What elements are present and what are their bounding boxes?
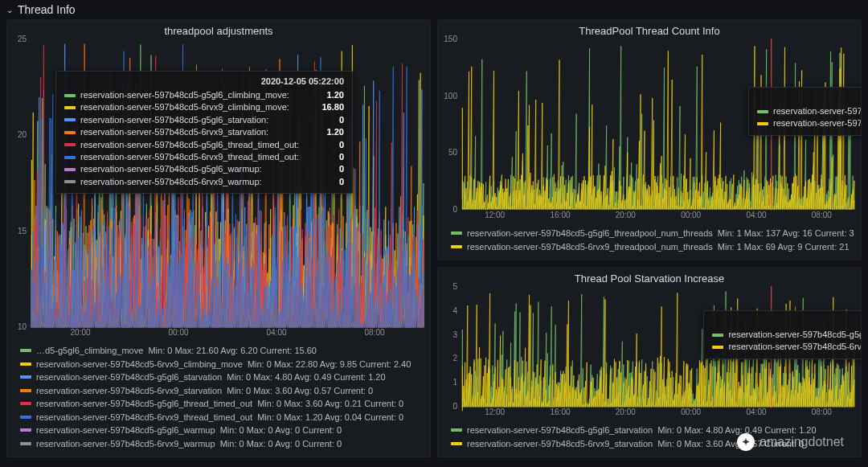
tooltip-value: 0 [339,139,344,151]
legend-swatch [64,131,76,134]
tooltip-row: reservation-server-597b48cd5-g5gl6_climb… [64,89,344,101]
x-tick: 16:00 [550,211,570,219]
tooltip-row: reservation-server-597b48cd5-6rvx9_starv… [712,341,862,353]
tooltip-label: reservation-server-597b48cd5-g5gl6_climb… [80,89,289,101]
chart-tooltip: 2020-12-05 05:22:00 reservation-server-5… [703,310,862,359]
panel-title: threadpool adjustments [7,20,430,39]
tooltip-label: reservation-server-597b48cd5-g5gl6_starv… [80,114,268,126]
y-tick: 15 [18,226,27,235]
x-tick: 08:00 [812,211,832,219]
legend-label: reservation-server-597b48cd5-g5gl6_warmu… [36,424,342,437]
chevron-down-icon: ⌄ [6,6,13,14]
tooltip-label: reservation-server-597b48cd5-g5gl6_warmu… [80,163,262,175]
legend-swatch [20,363,31,366]
x-tick: 12:00 [485,408,505,416]
y-tick: 2 [452,354,457,363]
x-tick: 20:00 [616,408,636,416]
legend-item[interactable]: reservation-server-597b48cd5-6rvx9_threa… [20,411,424,424]
tooltip-value: 0 [339,163,344,175]
tooltip-value: 0 [339,114,344,126]
legend-item[interactable]: reservation-server-597b48cd5-6rvx9_threa… [451,240,854,254]
tooltip-row: reservation-server-597b48cd5-g5gl6_starv… [712,329,862,341]
y-tick: 50 [448,148,457,157]
legend-item[interactable]: …d5-g5gl6_climbing_move Min: 0 Max: 21.6… [20,344,424,358]
legend-swatch [64,168,76,171]
x-axis: 12:0016:0020:0000:0004:0008:00 [462,408,854,419]
y-tick: 150 [444,35,457,43]
y-tick: 0 [452,205,457,214]
y-tick: 0 [452,402,457,411]
x-tick: 08:00 [364,328,384,337]
tooltip-time: 2020-12-05 05:22:00 [712,316,862,326]
x-tick: 16:00 [550,408,570,416]
panel-title: ThreadPool Thread Count Info [438,20,861,39]
tooltip-row: reservation-server-597b48cd5-6rvx9_threa… [757,117,862,129]
tooltip-label: reservation-server-597b48cd5-6rvx9_warmu… [80,176,262,188]
y-axis: 050100150 [438,39,461,209]
x-tick: 20:00 [616,211,636,219]
legend-item[interactable]: reservation-server-597b48cd5-g5gl6_threa… [451,227,854,240]
y-tick: 20 [18,130,27,139]
legend-label: …d5-g5gl6_climbing_move Min: 0 Max: 21.6… [36,344,317,358]
panel-starvation[interactable]: Thread Pool Starvation Increase 012345 1… [437,267,862,457]
legend-item[interactable]: reservation-server-597b48cd5-g5gl6_threa… [20,397,424,411]
tooltip-value: 0 [339,176,344,188]
x-tick: 20:00 [70,328,90,337]
tooltip-value: 0 [339,151,344,163]
legend-swatch [64,106,76,109]
x-tick: 00:00 [681,211,701,219]
legend-label: reservation-server-597b48cd5-6rvx9_threa… [467,240,850,254]
legend-swatch [757,110,768,113]
legend-item[interactable]: reservation-server-597b48cd5-g5gl6_warmu… [20,424,424,437]
legend-item[interactable]: reservation-server-597b48cd5-6rvx9_warmu… [20,437,424,451]
x-axis: 20:0000:0004:0008:00 [31,328,424,339]
tooltip-label: reservation-server-597b48cd5-6rvx9_climb… [80,101,289,113]
legend-item[interactable]: reservation-server-597b48cd5-g5gl6_starv… [20,371,424,384]
tooltip-value: 1.20 [327,126,344,138]
legend-swatch [757,122,768,125]
y-tick: 3 [452,330,457,338]
tooltip-value: 16.80 [321,101,344,113]
row-header[interactable]: ⌄ Thread Info [0,0,868,19]
y-axis: 10152025 [7,39,30,326]
legend-label: reservation-server-597b48cd5-g5gl6_threa… [36,397,403,411]
tooltip-row: reservation-server-597b48cd5-g5gl6_threa… [64,139,344,151]
y-tick: 5 [452,282,457,291]
chart-area[interactable]: 050100150 12:0016:0020:0000:0004:0008:00… [438,39,861,223]
tooltip-label: reservation-server-597b48cd5-g5gl6_starv… [728,329,862,341]
panel-adjustments[interactable]: threadpool adjustments 10152025 20:0000:… [6,19,431,457]
tooltip-label: reservation-server-597b48cd5-g5gl6_threa… [773,105,862,117]
legend-swatch [451,428,462,432]
legend-swatch [451,245,462,248]
watermark: ✦ amazingdotnet [737,433,844,451]
legend-swatch [712,334,723,337]
legend-swatch [20,428,31,432]
tooltip-label: reservation-server-597b48cd5-g5gl6_threa… [80,139,299,151]
tooltip-time: 2020-12-05 05:22:00 [64,76,344,86]
wechat-icon: ✦ [737,433,755,451]
y-tick: 4 [452,305,457,314]
legend-swatch [64,180,76,183]
legend-item[interactable]: reservation-server-597b48cd5-6rvx9_climb… [20,358,424,371]
chart-tooltip: 2020-12-05 05:22:00 reservation-server-5… [55,71,353,194]
legend-swatch [64,118,76,121]
chart-area[interactable]: 10152025 20:0000:0004:0008:00 2020-12-05… [7,39,430,341]
legend-label: reservation-server-597b48cd5-g5gl6_starv… [36,371,386,384]
x-axis: 12:0016:0020:0000:0004:0008:00 [462,211,854,222]
chart-area[interactable]: 012345 12:0016:0020:0000:0004:0008:00 20… [438,286,861,420]
legend-label: reservation-server-597b48cd5-6rvx9_starv… [36,384,373,398]
tooltip-row: reservation-server-597b48cd5-6rvx9_starv… [64,126,344,138]
y-tick: 10 [18,322,27,331]
y-tick: 100 [444,91,457,100]
panel-thread-count[interactable]: ThreadPool Thread Count Info 050100150 1… [437,19,862,260]
tooltip-row: reservation-server-597b48cd5-g5gl6_threa… [757,105,862,117]
legend-item[interactable]: reservation-server-597b48cd5-6rvx9_starv… [20,384,424,398]
y-tick: 1 [452,378,457,387]
legend-label: reservation-server-597b48cd5-6rvx9_warmu… [36,437,342,451]
tooltip-row: reservation-server-597b48cd5-6rvx9_warmu… [64,176,344,188]
legend-label: reservation-server-597b48cd5-6rvx9_climb… [36,358,411,371]
x-tick: 00:00 [681,408,701,416]
legend-label: reservation-server-597b48cd5-6rvx9_threa… [36,411,403,424]
y-tick: 25 [18,35,27,43]
tooltip-time: 2020-12-05 05:22:00 [757,92,862,102]
